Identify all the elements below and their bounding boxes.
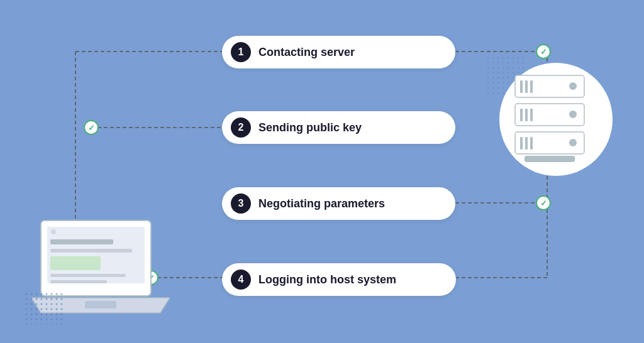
laptop-dots-decoration [25,293,63,324]
svg-rect-39 [50,280,107,283]
svg-rect-25 [520,137,523,150]
svg-rect-21 [525,109,528,121]
check-step2 [84,120,99,135]
step3-label: Negotiating parameters [258,197,385,210]
laptop-illustration [31,217,170,318]
step2-label: Sending public key [258,121,362,134]
svg-rect-27 [530,137,533,150]
server-illustration [506,57,606,176]
svg-rect-26 [525,137,528,150]
svg-rect-36 [50,249,132,253]
svg-rect-35 [50,239,113,244]
step4-card: 4 Logging into host system [222,263,456,296]
svg-rect-31 [25,293,63,324]
step3-number: 3 [231,193,251,214]
svg-rect-20 [520,109,523,121]
diagram: 1 Contacting server 2 Sending public key… [0,0,644,343]
step2-card: 2 Sending public key [222,111,455,144]
svg-rect-22 [530,109,533,121]
svg-point-34 [51,229,56,234]
svg-point-23 [569,111,577,118]
server-icon [509,69,591,166]
svg-point-18 [569,82,577,90]
step2-number: 2 [231,117,251,138]
svg-rect-37 [50,256,101,270]
svg-rect-17 [530,80,533,93]
check-step3 [536,195,551,210]
step3-card: 3 Negotiating parameters [222,187,455,220]
step1-card: 1 Contacting server [222,36,455,68]
svg-rect-40 [85,301,116,308]
step4-label: Logging into host system [258,273,396,286]
svg-rect-29 [525,156,575,162]
svg-rect-16 [525,80,528,93]
svg-rect-38 [50,274,126,277]
svg-point-28 [569,139,577,146]
step1-label: Contacting server [258,46,355,59]
svg-rect-15 [520,80,523,93]
step1-number: 1 [231,42,251,62]
step4-number: 4 [231,270,251,290]
